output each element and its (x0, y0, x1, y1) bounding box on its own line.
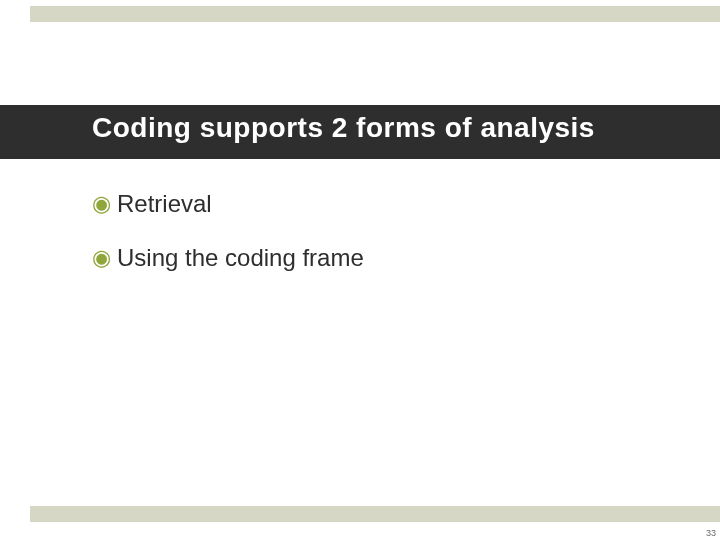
bullet-text: Retrieval (117, 190, 212, 218)
page-number: 33 (706, 528, 716, 538)
target-icon: ◉ (92, 193, 111, 215)
slide-body: ◉ Retrieval ◉ Using the coding frame (92, 190, 680, 298)
top-accent-bar (30, 6, 720, 22)
target-icon: ◉ (92, 247, 111, 269)
slide-title: Coding supports 2 forms of analysis (92, 112, 595, 144)
list-item: ◉ Retrieval (92, 190, 680, 218)
bullet-text: Using the coding frame (117, 244, 364, 272)
bottom-accent-bar (30, 506, 720, 522)
list-item: ◉ Using the coding frame (92, 244, 680, 272)
